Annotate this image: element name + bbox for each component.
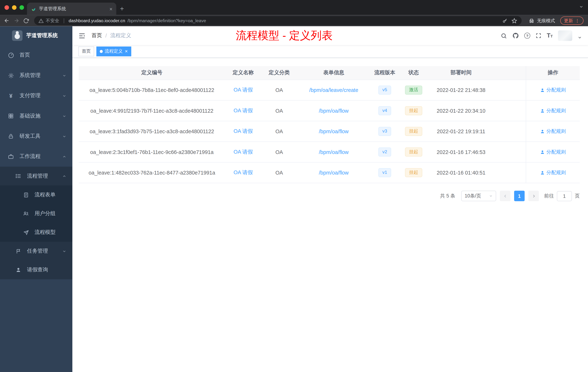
reload-icon[interactable] bbox=[23, 18, 29, 23]
tab-search-icon[interactable] bbox=[579, 5, 584, 9]
chevron-down-icon bbox=[62, 94, 66, 98]
assign-rule-link[interactable]: 分配规则 bbox=[540, 169, 566, 176]
sidebar-item-process-management[interactable]: 流程管理 bbox=[0, 167, 72, 186]
version-badge: v2 bbox=[378, 148, 391, 156]
pagination: 共 5 条 10条/页 1 前往 页 bbox=[79, 191, 580, 201]
sidebar-item-label: 研发工具 bbox=[20, 133, 41, 140]
minimize-window-button[interactable] bbox=[12, 5, 17, 10]
form-link[interactable]: /bpm/oa/flow bbox=[319, 128, 349, 134]
gauge-icon bbox=[8, 52, 14, 59]
sidebar-item-workflow[interactable]: 工作流程 bbox=[0, 146, 72, 166]
breadcrumb-home[interactable]: 首页 bbox=[92, 32, 102, 39]
table-row: oa_leave:1:482ec033-762a-11ec-8477-a2380… bbox=[79, 163, 580, 183]
forward-icon[interactable] bbox=[13, 18, 20, 24]
users-icon bbox=[22, 210, 29, 217]
page-number-button[interactable]: 1 bbox=[514, 191, 525, 201]
sidebar-item-devtools[interactable]: 研发工具 bbox=[0, 126, 72, 146]
form-link[interactable]: /bpm/oa/flow bbox=[319, 170, 349, 176]
col-header-filler bbox=[494, 66, 526, 79]
definition-name-link[interactable]: OA 请假 bbox=[234, 169, 253, 176]
cell-category: OA bbox=[262, 101, 297, 121]
tab-close-icon[interactable]: × bbox=[109, 6, 113, 11]
sidebar-logo[interactable]: 芋道管理系统 bbox=[0, 26, 72, 45]
zoom-window-button[interactable] bbox=[20, 5, 24, 10]
fullscreen-icon[interactable] bbox=[536, 33, 541, 39]
select-caret-icon bbox=[489, 194, 493, 198]
col-header-form: 表单信息 bbox=[297, 66, 370, 79]
col-header-category: 定义分类 bbox=[262, 66, 297, 79]
definition-table: 定义编号 定义名称 定义分类 表单信息 流程版本 状态 部署时间 操作 oa_l… bbox=[79, 66, 580, 183]
url-host: dashboard.yudao.iocoder.cn bbox=[69, 18, 125, 23]
goto-page-input[interactable] bbox=[557, 191, 572, 201]
form-link[interactable]: /bpm/oa/flow bbox=[319, 108, 349, 114]
assign-rule-link[interactable]: 分配规则 bbox=[540, 107, 566, 114]
user-icon bbox=[540, 88, 545, 93]
version-badge: v3 bbox=[378, 127, 391, 136]
sidebar-item-label: 流程模型 bbox=[34, 229, 56, 236]
user-avatar[interactable] bbox=[558, 30, 572, 41]
sidebar-item-user-group[interactable]: 用户分组 bbox=[0, 204, 72, 223]
sidebar-item-task-management[interactable]: 任务管理 bbox=[0, 242, 72, 261]
sidebar-item-process-model[interactable]: 流程模型 bbox=[0, 223, 72, 242]
tag-home[interactable]: 首页 bbox=[78, 46, 94, 56]
logo-title: 芋道管理系统 bbox=[26, 32, 58, 39]
next-page-button[interactable] bbox=[528, 191, 539, 201]
table-row: oa_leave:4:991f2193-7b7f-11ec-a3c8-acde4… bbox=[79, 101, 580, 121]
sidebar-item-process-form[interactable]: 流程表单 bbox=[0, 186, 72, 204]
assign-rule-link[interactable]: 分配规则 bbox=[540, 128, 566, 135]
sidebar-item-label: 流程表单 bbox=[34, 191, 56, 198]
sidebar-item-home[interactable]: 首页 bbox=[0, 45, 72, 65]
hamburger-icon[interactable] bbox=[78, 32, 85, 39]
prev-page-button[interactable] bbox=[500, 191, 510, 201]
sidebar-item-leave-query[interactable]: 请假查询 bbox=[0, 261, 72, 279]
page-size-select[interactable]: 10条/页 bbox=[461, 191, 496, 201]
tag-close-icon[interactable]: × bbox=[125, 49, 128, 54]
cell-definition-id: oa_leave:5:004b710b-7b8a-11ec-8ef0-acde4… bbox=[79, 80, 225, 100]
browser-toolbar: 不安全 dashboard.yudao.iocoder.cn/bpm/manag… bbox=[0, 15, 588, 26]
sidebar-item-infrastructure[interactable]: 基础设施 bbox=[0, 106, 72, 126]
cell-definition-id: oa_leave:3:1fad3d93-7b75-11ec-a3c8-acde4… bbox=[79, 121, 225, 142]
definition-name-link[interactable]: OA 请假 bbox=[234, 107, 253, 114]
help-icon[interactable]: ? bbox=[524, 33, 530, 39]
assign-rule-link[interactable]: 分配规则 bbox=[540, 149, 566, 155]
definition-name-link[interactable]: OA 请假 bbox=[234, 149, 253, 155]
cell-definition-id: oa_leave:1:482ec033-762a-11ec-8477-a2380… bbox=[79, 163, 225, 183]
status-badge: 挂起 bbox=[405, 148, 422, 156]
sidebar-item-label: 用户分组 bbox=[34, 210, 56, 217]
definition-name-link[interactable]: OA 请假 bbox=[234, 87, 253, 93]
bookmark-star-icon[interactable] bbox=[512, 18, 517, 23]
avatar-caret-icon[interactable] bbox=[578, 35, 582, 40]
sidebar-item-label: 首页 bbox=[20, 52, 30, 59]
status-badge: 挂起 bbox=[405, 127, 422, 136]
yen-icon: ¥ bbox=[8, 92, 14, 99]
password-key-icon[interactable] bbox=[502, 18, 508, 23]
paper-plane-icon bbox=[22, 229, 29, 236]
user-icon bbox=[540, 170, 545, 175]
font-size-icon[interactable]: TT bbox=[547, 32, 553, 39]
browser-menu-icon[interactable] bbox=[575, 18, 580, 23]
address-bar[interactable]: 不安全 dashboard.yudao.iocoder.cn/bpm/manag… bbox=[34, 16, 522, 25]
tag-process-definition[interactable]: 流程定义 × bbox=[96, 46, 131, 56]
sidebar-item-payment[interactable]: ¥ 支付管理 bbox=[0, 86, 72, 106]
col-header-deploy-time: 部署时间 bbox=[428, 66, 494, 79]
form-link[interactable]: /bpm/oa/flow bbox=[319, 149, 349, 155]
browser-tab[interactable]: 芋道管理系统 × bbox=[27, 2, 116, 15]
cell-category: OA bbox=[262, 142, 297, 162]
sidebar-item-system[interactable]: 系统管理 bbox=[0, 65, 72, 86]
sidebar-item-label: 请假查询 bbox=[27, 266, 48, 273]
form-link[interactable]: /bpm/oa/leave/create bbox=[309, 87, 358, 93]
definition-name-link[interactable]: OA 请假 bbox=[234, 128, 253, 135]
github-icon[interactable] bbox=[512, 32, 519, 39]
new-tab-button[interactable]: + bbox=[116, 2, 128, 15]
security-label: 不安全 bbox=[46, 17, 59, 24]
sidebar-item-label: 支付管理 bbox=[20, 92, 41, 99]
divider bbox=[64, 18, 64, 23]
update-button[interactable]: 更新 bbox=[560, 17, 583, 25]
assign-rule-link[interactable]: 分配规则 bbox=[540, 87, 566, 93]
window-controls bbox=[5, 0, 24, 15]
page-unit-label: 页 bbox=[575, 193, 580, 199]
back-icon[interactable] bbox=[4, 18, 10, 24]
close-window-button[interactable] bbox=[5, 5, 9, 10]
search-icon[interactable] bbox=[501, 33, 507, 39]
sidebar-item-label: 工作流程 bbox=[20, 153, 41, 160]
